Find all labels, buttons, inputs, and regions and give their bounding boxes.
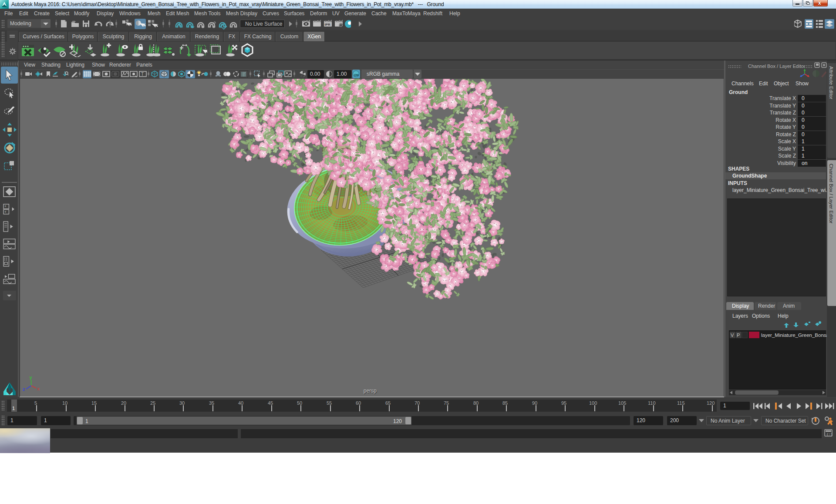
svg-text:+: + <box>4 205 7 208</box>
svg-text:T: T <box>141 72 144 77</box>
svg-text:IPR: IPR <box>325 23 331 27</box>
svg-text:+: + <box>4 210 7 214</box>
svg-text:{:}: {:} <box>826 432 833 436</box>
svg-text:z: z <box>23 386 25 392</box>
svg-text:persp: persp <box>364 388 377 394</box>
svg-text:x: x <box>37 386 40 391</box>
svg-text:y: y <box>30 375 33 380</box>
